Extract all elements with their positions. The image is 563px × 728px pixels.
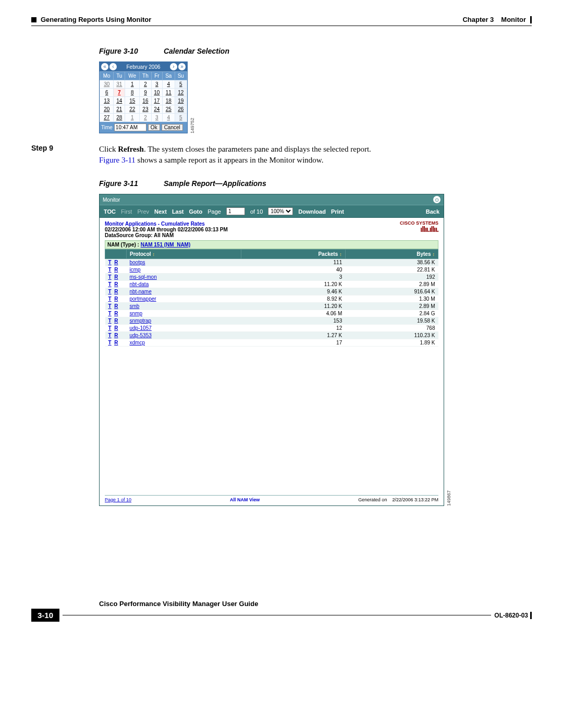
- toc-button[interactable]: TOC: [104, 208, 116, 215]
- last-button[interactable]: Last: [172, 208, 184, 215]
- bytes-cell: 1.89 K: [345, 339, 438, 347]
- first-button[interactable]: First: [121, 208, 132, 215]
- calendar-day[interactable]: 24: [151, 105, 162, 114]
- nam-link[interactable]: NAM 151 (NM_NAM): [141, 242, 191, 248]
- col-bytes[interactable]: Bytes↕: [345, 250, 438, 259]
- cancel-button[interactable]: Cancel: [162, 124, 183, 131]
- calendar-day[interactable]: 10: [151, 89, 162, 97]
- calendar-day[interactable]: 4: [163, 114, 175, 122]
- calendar-day[interactable]: 16: [140, 97, 151, 105]
- calendar-day[interactable]: 12: [175, 89, 187, 97]
- footer-page-link[interactable]: Page 1 of 10: [105, 497, 131, 502]
- guide-title: Cisco Performance Visibility Manager Use…: [99, 600, 532, 608]
- calendar-day[interactable]: 14: [114, 97, 125, 105]
- next-button[interactable]: Next: [154, 208, 167, 215]
- report-icon[interactable]: R: [114, 340, 118, 346]
- calendar-day[interactable]: 2: [140, 114, 151, 122]
- protocol-link[interactable]: portmapper: [130, 296, 156, 302]
- prev-button[interactable]: Prev: [137, 208, 149, 215]
- calendar-day[interactable]: 6: [100, 89, 114, 97]
- protocol-link[interactable]: snmp: [130, 311, 142, 316]
- protocol-link[interactable]: bootps: [130, 260, 145, 265]
- download-button[interactable]: Download: [298, 208, 326, 215]
- trend-icon[interactable]: T: [108, 296, 112, 302]
- cal-next-year-icon[interactable]: »: [178, 63, 186, 70]
- report-icon[interactable]: R: [114, 281, 118, 287]
- calendar-day[interactable]: 3: [151, 114, 162, 122]
- print-button[interactable]: Print: [331, 208, 344, 215]
- report-icon[interactable]: R: [114, 267, 118, 273]
- page-label: Page: [207, 208, 221, 215]
- trend-icon[interactable]: T: [108, 303, 112, 309]
- calendar-day[interactable]: 27: [100, 114, 114, 122]
- report-icon[interactable]: R: [114, 332, 118, 338]
- calendar-day[interactable]: 17: [151, 97, 162, 105]
- protocol-link[interactable]: icmp: [130, 267, 141, 273]
- report-icon[interactable]: R: [114, 303, 118, 309]
- calendar-day[interactable]: 22: [125, 105, 140, 114]
- time-input[interactable]: [114, 124, 146, 131]
- col-packets[interactable]: Packets↕: [241, 250, 346, 259]
- calendar-day[interactable]: 23: [140, 105, 151, 114]
- col-protocol[interactable]: Protocol↕: [127, 250, 241, 259]
- trend-icon[interactable]: T: [108, 325, 112, 331]
- calendar-day[interactable]: 3: [151, 80, 162, 89]
- protocol-link[interactable]: udp-5353: [130, 332, 152, 338]
- goto-button[interactable]: Goto: [189, 208, 203, 215]
- calendar-day[interactable]: 26: [175, 105, 187, 114]
- ok-button[interactable]: Ok: [148, 124, 160, 131]
- report-icon[interactable]: R: [114, 311, 118, 316]
- calendar-day[interactable]: 13: [100, 97, 114, 105]
- report-icon[interactable]: R: [114, 260, 118, 265]
- report-icon[interactable]: R: [114, 274, 118, 280]
- calendar-day[interactable]: 20: [100, 105, 114, 114]
- trend-icon[interactable]: T: [108, 281, 112, 287]
- calendar-day[interactable]: 21: [114, 105, 125, 114]
- protocol-link[interactable]: nbt-data: [130, 281, 149, 287]
- protocol-link[interactable]: xdmcp: [130, 340, 145, 346]
- calendar-day[interactable]: 19: [175, 97, 187, 105]
- trend-icon[interactable]: T: [108, 267, 112, 273]
- calendar-day[interactable]: 5: [175, 80, 187, 89]
- protocol-link[interactable]: nbt-name: [130, 289, 152, 294]
- calendar-day[interactable]: 8: [125, 89, 140, 97]
- calendar-day[interactable]: 5: [175, 114, 187, 122]
- figure-3-11-link[interactable]: Figure 3-11: [99, 156, 136, 164]
- cal-prev-month-icon[interactable]: ‹: [109, 63, 117, 70]
- protocol-link[interactable]: snmptrap: [130, 318, 152, 324]
- trend-icon[interactable]: T: [108, 318, 112, 324]
- protocol-link[interactable]: ms-sql-mon: [130, 274, 157, 280]
- calendar-day[interactable]: 1: [125, 114, 140, 122]
- cal-prev-year-icon[interactable]: «: [101, 63, 108, 70]
- calendar-day[interactable]: 18: [163, 97, 175, 105]
- page-input[interactable]: [226, 207, 245, 215]
- report-icon[interactable]: R: [114, 318, 118, 324]
- report-close-icon[interactable]: ⊙: [433, 196, 440, 203]
- report-icon[interactable]: R: [114, 289, 118, 294]
- calendar-day[interactable]: 1: [125, 80, 140, 89]
- zoom-select[interactable]: 100%: [268, 207, 293, 215]
- cal-next-month-icon[interactable]: ›: [170, 63, 177, 70]
- calendar-day[interactable]: 7: [114, 89, 125, 97]
- calendar-day[interactable]: 2: [140, 80, 151, 89]
- calendar-day[interactable]: 30: [100, 80, 114, 89]
- protocol-link[interactable]: udp-1057: [130, 325, 152, 331]
- calendar-day[interactable]: 9: [140, 89, 151, 97]
- trend-icon[interactable]: T: [108, 260, 112, 265]
- calendar-day[interactable]: 15: [125, 97, 140, 105]
- calendar-day[interactable]: 25: [163, 105, 175, 114]
- protocol-link[interactable]: smb: [130, 303, 140, 309]
- report-icon[interactable]: R: [114, 296, 118, 302]
- calendar-day[interactable]: 31: [114, 80, 125, 89]
- trend-icon[interactable]: T: [108, 340, 112, 346]
- calendar-day[interactable]: 4: [163, 80, 175, 89]
- back-button[interactable]: Back: [426, 208, 439, 215]
- table-row: T Rportmapper8.92 K1.30 M: [105, 295, 438, 303]
- calendar-day[interactable]: 11: [163, 89, 175, 97]
- calendar-day[interactable]: 28: [114, 114, 125, 122]
- report-icon[interactable]: R: [114, 325, 118, 331]
- trend-icon[interactable]: T: [108, 274, 112, 280]
- trend-icon[interactable]: T: [108, 311, 112, 316]
- trend-icon[interactable]: T: [108, 332, 112, 338]
- trend-icon[interactable]: T: [108, 289, 112, 294]
